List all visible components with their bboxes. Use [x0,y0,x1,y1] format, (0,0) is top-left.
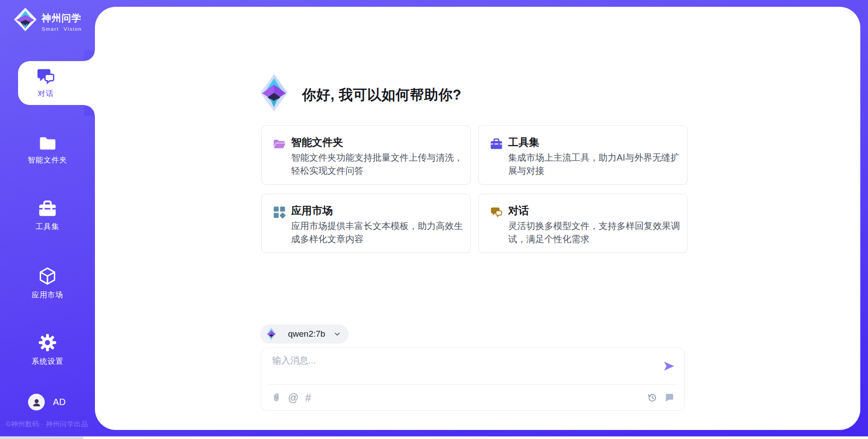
app-root: 你好, 我可以如何帮助你? 智能文件夹 智能文件夹功能支持批量文件上传与清洗，轻… [0,0,868,439]
sidebar-item-label: 对话 [38,89,54,99]
composer-toolbar: @ # [261,385,684,410]
card-title: 应用市场 [291,204,333,218]
attach-file-button[interactable] [271,392,281,403]
sidebar-item-toolkit[interactable]: 工具集 [0,200,95,232]
user-name: AD [53,397,66,407]
at-sign-icon: @ [288,392,298,403]
copyright-text: ©神州数码 · 神州问学出品 [6,420,88,429]
apps-grid-icon [273,205,286,219]
model-selector[interactable]: qwen2:7b [260,324,349,344]
card-description: 灵活切换多模型文件，支持多样回复效果调试，满足个性化需求 [508,220,681,246]
app-tagline: Smart Vision [42,26,82,32]
brand-diamond-logo [260,74,288,112]
tab-fillet-top [84,50,95,61]
scrollbar-left-segment [0,437,83,439]
quick-reply-button[interactable] [664,392,675,403]
briefcase-icon [490,137,503,151]
model-name: qwen2:7b [282,329,328,339]
chevron-down-icon [333,330,341,338]
app-name: 神州问学 [42,12,82,24]
sidebar-item-label: 系统设置 [32,357,63,367]
folder-icon [38,135,57,151]
person-icon [32,397,42,407]
send-button[interactable] [663,360,675,372]
history-icon [647,392,657,403]
greeting-heading: 你好, 我可以如何帮助你? [302,86,462,105]
card-description: 应用市场提供丰富长文本模板，助力高效生成多样化文章内容 [291,220,464,246]
tab-fillet-bottom [84,105,95,116]
sidebar-item-settings[interactable]: 系统设置 [0,333,95,367]
briefcase-icon [38,200,57,218]
sidebar-item-app-market[interactable]: 应用市场 [0,266,95,300]
card-description: 集成市场上主流工具，助力AI与外界无缝扩展与对接 [508,151,681,177]
sidebar-item-smart-folder[interactable]: 智能文件夹 [0,135,95,165]
feature-card-app-market[interactable]: 应用市场 应用市场提供丰富长文本模板，助力高效生成多样化文章内容 [261,194,471,253]
mention-button[interactable]: @ [288,392,298,403]
app-logo: 神州问学 Smart Vision [14,7,82,32]
main-panel: 你好, 我可以如何帮助你? 智能文件夹 智能文件夹功能支持批量文件上传与清洗，轻… [95,7,860,430]
sidebar: 神州问学 Smart Vision 对话 智能文件夹 [0,0,95,439]
feature-card-toolkit[interactable]: 工具集 集成市场上主流工具，助力AI与外界无缝扩展与对接 [478,125,688,185]
sidebar-item-label: 应用市场 [32,290,63,300]
gear-icon [38,333,57,353]
send-icon [663,360,675,372]
cube-icon [38,266,57,286]
user-profile[interactable]: AD [28,394,66,410]
sidebar-item-label: 智能文件夹 [28,155,67,165]
logo-text: 神州问学 Smart Vision [42,7,82,32]
feature-card-chat[interactable]: 对话 灵活切换多模型文件，支持多样回复效果调试，满足个性化需求 [478,194,688,253]
sidebar-item-label: 工具集 [36,222,60,232]
card-title: 智能文件夹 [291,135,343,149]
hash-icon: # [305,392,311,403]
card-title: 对话 [508,204,529,218]
paperclip-icon [271,392,281,403]
composer: @ # [261,348,685,411]
history-button[interactable] [647,392,657,403]
horizontal-scrollbar[interactable] [0,436,868,439]
topic-button[interactable]: # [305,392,311,403]
card-description: 智能文件夹功能支持批量文件上传与清洗，轻松实现文件问答 [291,151,464,177]
sidebar-item-chat[interactable]: 对话 [18,67,73,99]
card-title: 工具集 [508,135,539,149]
feature-card-smart-folder[interactable]: 智能文件夹 智能文件夹功能支持批量文件上传与清洗，轻松实现文件问答 [261,125,471,185]
avatar [28,394,45,410]
folder-open-icon [273,137,286,151]
chat-bubbles-icon [490,205,503,219]
chat-bubbles-icon [35,67,56,86]
message-icon [664,392,675,403]
model-logo-icon [266,327,276,341]
sidebar-diamond-logo [14,7,37,32]
message-input[interactable] [272,354,652,381]
